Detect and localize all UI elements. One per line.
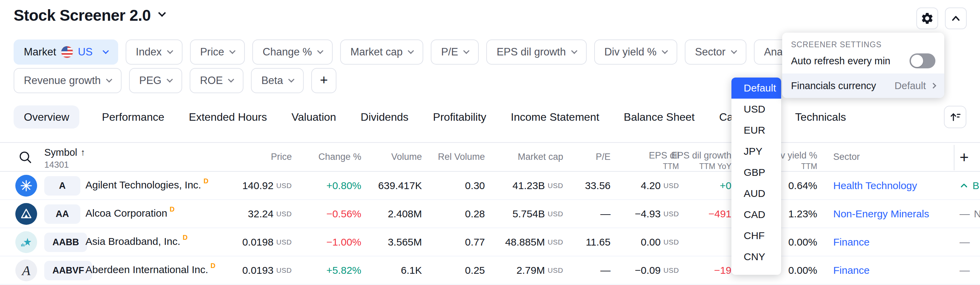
tab-valuation[interactable]: Valuation: [290, 105, 338, 128]
tab-balance-sheet[interactable]: Balance Sheet: [622, 105, 697, 128]
financials-currency-menu: Default USD EUR JPY GBP AUD CAD CHF CNY: [732, 78, 781, 275]
eps-growth-value: −491: [708, 208, 732, 220]
chevron-right-icon: [931, 83, 936, 89]
tab-dividends[interactable]: Dividends: [359, 105, 410, 128]
filter-revenue-growth[interactable]: Revenue growth: [14, 68, 122, 93]
rel-volume-value: 0.25: [465, 264, 485, 276]
tab-technicals[interactable]: Technicals: [793, 105, 848, 128]
filter-change[interactable]: Change %: [252, 40, 332, 65]
currency-option-jpy[interactable]: JPY: [732, 141, 781, 162]
pe-value: —: [600, 208, 611, 220]
header-change[interactable]: Change %: [318, 143, 361, 171]
ticker-badge[interactable]: AABVF: [44, 261, 92, 280]
settings-button[interactable]: [916, 8, 938, 29]
auto-refresh-row: Auto refresh every min: [791, 54, 935, 68]
filter-peg[interactable]: PEG: [129, 68, 182, 93]
chevron-down-icon: [571, 48, 577, 54]
currency-option-gbp[interactable]: GBP: [732, 162, 781, 183]
filter-row-2: Revenue growth PEG ROE Beta +: [14, 68, 336, 93]
page-title: Stock Screener 2.0: [14, 6, 151, 24]
header-market-cap[interactable]: Market cap: [518, 143, 563, 171]
filter-row-1: Market US Index Price Change % Market ca…: [14, 40, 900, 65]
plus-icon: +: [320, 73, 328, 88]
filter-roe[interactable]: ROE: [190, 68, 243, 93]
eps-value: 4.20: [641, 180, 660, 192]
table-row[interactable]: A AABVF Aberdeen International Inc.D 0.0…: [0, 256, 980, 285]
div-yield-value: 1.23%: [788, 208, 817, 220]
table-header: Symbol ↑ 14301 Price Change % Volume Rel…: [0, 142, 980, 172]
collapse-panel-button[interactable]: [945, 8, 967, 29]
table-row[interactable]: AABB Asia Broadband, Inc.D 0.0198USD −1.…: [0, 228, 980, 256]
ticker-badge[interactable]: AABB: [44, 233, 87, 252]
sector-link[interactable]: Non-Energy Minerals: [833, 208, 929, 220]
symbol-column-header[interactable]: Symbol ↑ 14301: [44, 147, 85, 170]
financials-currency-item[interactable]: Financials currency Default: [782, 73, 944, 98]
filter-div-yield[interactable]: Div yield %: [594, 40, 677, 65]
currency-option-cad[interactable]: CAD: [732, 204, 781, 225]
currency-option-aud[interactable]: AUD: [732, 183, 781, 204]
table-row[interactable]: AA Alcoa CorporationD 32.24USD −0.56% 2.…: [0, 200, 980, 228]
us-flag-icon: [61, 46, 73, 58]
tab-overview[interactable]: Overview: [14, 105, 80, 128]
agilent-logo: [15, 175, 37, 196]
sector-link[interactable]: Health Technology: [833, 180, 917, 192]
price-value: 0.0193: [242, 264, 274, 276]
add-filter-button[interactable]: +: [311, 68, 336, 93]
filter-beta[interactable]: Beta: [251, 68, 304, 93]
tab-performance[interactable]: Performance: [100, 105, 166, 128]
rel-volume-value: 0.77: [465, 236, 485, 248]
tab-income-statement[interactable]: Income Statement: [509, 105, 601, 128]
company-name: Agilent Technologies, Inc.D: [86, 172, 208, 199]
auto-refresh-toggle[interactable]: [910, 54, 935, 68]
filter-index[interactable]: Index: [126, 40, 183, 65]
add-column-button[interactable]: +: [959, 143, 969, 171]
ticker-badge[interactable]: AA: [44, 204, 80, 224]
currency-option-cny[interactable]: CNY: [732, 246, 781, 267]
tab-extended-hours[interactable]: Extended Hours: [187, 105, 269, 128]
column-set-tabs: Overview Performance Extended Hours Valu…: [14, 105, 848, 128]
header-rel-volume[interactable]: Rel Volume: [438, 143, 485, 171]
filter-pe[interactable]: P/E: [431, 40, 479, 65]
eps-value: −0.09: [635, 264, 660, 276]
div-yield-value: 0.64%: [788, 180, 817, 192]
currency-option-chf[interactable]: CHF: [732, 225, 781, 246]
chevron-down-icon: [102, 48, 109, 54]
chevron-down-icon: [106, 76, 112, 82]
currency-option-eur[interactable]: EUR: [732, 120, 781, 141]
eps-value: −4.93: [635, 208, 660, 220]
company-name: Aberdeen International Inc.D: [86, 256, 216, 284]
chevron-down-icon: [731, 48, 737, 54]
sector-link[interactable]: Finance: [833, 264, 870, 276]
filter-sector[interactable]: Sector: [685, 40, 746, 65]
header-volume[interactable]: Volume: [391, 143, 422, 171]
header-pe[interactable]: P/E: [595, 143, 611, 171]
delayed-data-flag: D: [170, 206, 174, 213]
sort-ascending-icon: [949, 111, 961, 123]
market-cap-value: 2.79M: [517, 264, 545, 276]
change-value: −1.00%: [326, 236, 361, 248]
matches-count: 14301: [44, 160, 85, 170]
sector-link[interactable]: Finance: [833, 236, 870, 248]
header-sector[interactable]: Sector: [833, 143, 860, 171]
div-yield-value: 0.00%: [788, 236, 817, 248]
header-eps-dil-growth[interactable]: EPS dil growthTTM YoY: [671, 143, 732, 171]
ticker-badge[interactable]: A: [44, 176, 80, 196]
chevron-down-icon: [662, 48, 668, 54]
pe-value: —: [600, 264, 611, 276]
caret-up-icon: [959, 181, 969, 190]
chevron-down-icon: [229, 48, 235, 54]
search-icon[interactable]: [18, 150, 33, 165]
header-price[interactable]: Price: [271, 143, 292, 171]
filter-market-cap[interactable]: Market cap: [340, 40, 423, 65]
sort-button[interactable]: [944, 106, 966, 128]
currency-option-usd[interactable]: USD: [732, 99, 781, 120]
gear-icon: [920, 11, 934, 25]
filter-price[interactable]: Price: [190, 40, 245, 65]
currency-option-default[interactable]: Default: [732, 78, 781, 99]
price-value: 140.92: [242, 180, 274, 192]
filter-market[interactable]: Market US: [14, 40, 118, 65]
table-row[interactable]: A Agilent Technologies, Inc.D 140.92USD …: [0, 172, 980, 200]
screener-title-menu[interactable]: Stock Screener 2.0: [14, 6, 164, 24]
tab-profitability[interactable]: Profitability: [431, 105, 488, 128]
filter-eps-dil-growth[interactable]: EPS dil growth: [486, 40, 586, 65]
